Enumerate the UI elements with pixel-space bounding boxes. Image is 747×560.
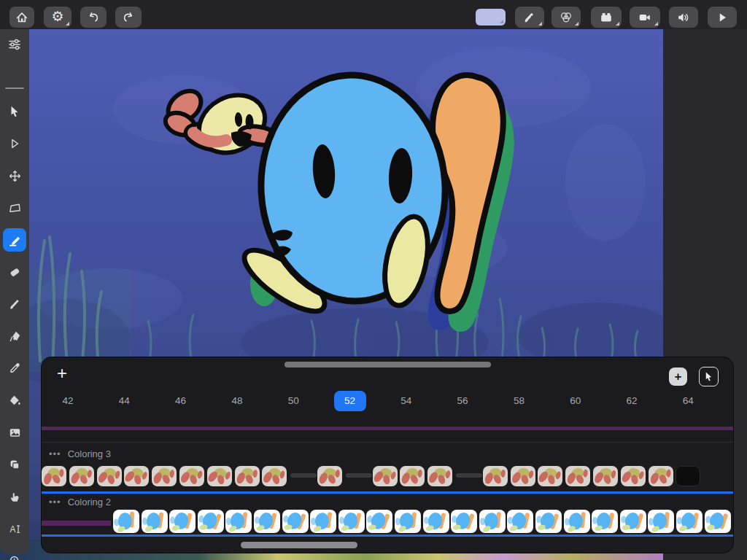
paint-tools-button[interactable] bbox=[515, 7, 544, 28]
frame-thumbnail[interactable] bbox=[373, 466, 398, 486]
frame-number-62[interactable]: 62 bbox=[616, 391, 648, 411]
adjustments-tool[interactable] bbox=[3, 33, 26, 56]
timeline-scrollbar-top[interactable] bbox=[285, 362, 491, 368]
eyedropper-tool[interactable] bbox=[3, 357, 26, 380]
frame-thumbnail[interactable] bbox=[649, 466, 673, 486]
frame-thumbnail[interactable] bbox=[254, 510, 280, 533]
layer-menu-icon[interactable]: ••• bbox=[49, 497, 61, 507]
frame-number-42[interactable]: 42 bbox=[52, 391, 84, 411]
frame-thumbnail[interactable] bbox=[592, 510, 618, 533]
frame-thumbnail[interactable] bbox=[507, 510, 533, 533]
move-tool[interactable] bbox=[3, 164, 26, 187]
undo-icon bbox=[86, 10, 101, 25]
frame-thumbnail[interactable] bbox=[427, 466, 452, 486]
cursor-tool[interactable] bbox=[3, 100, 26, 123]
redo-button[interactable] bbox=[115, 7, 142, 28]
frame-number-52[interactable]: 52 bbox=[334, 391, 366, 411]
layer-name[interactable]: Coloring 2 bbox=[68, 497, 111, 508]
zoom-tool[interactable] bbox=[3, 549, 26, 560]
frame-thumbnail[interactable] bbox=[225, 510, 252, 533]
cursor-icon bbox=[703, 371, 714, 382]
frame-thumbnail[interactable] bbox=[42, 466, 66, 486]
hidden-track-bar bbox=[42, 427, 733, 430]
settings-button[interactable]: ⚙ bbox=[44, 7, 71, 28]
frame-thumbnail[interactable] bbox=[564, 510, 590, 533]
frame-thumbnail[interactable] bbox=[511, 466, 535, 486]
frame-thumbnail[interactable] bbox=[282, 510, 309, 533]
undo-button[interactable] bbox=[80, 7, 107, 28]
frame-number-46[interactable]: 46 bbox=[165, 391, 197, 411]
frame-thumbnail[interactable] bbox=[97, 466, 122, 486]
clip-button[interactable] bbox=[591, 7, 622, 28]
select-mode-button[interactable] bbox=[699, 367, 719, 386]
frame-thumbnail[interactable] bbox=[676, 510, 703, 533]
frame-thumbnail[interactable] bbox=[338, 510, 365, 533]
color-swatch-button[interactable] bbox=[476, 9, 506, 26]
frame-thumbnail[interactable] bbox=[400, 466, 425, 486]
redo-icon bbox=[121, 10, 136, 25]
frame-thumbnail[interactable] bbox=[152, 466, 177, 486]
frame-thumbnail[interactable] bbox=[395, 510, 421, 533]
frame-number-50[interactable]: 50 bbox=[277, 391, 309, 411]
direct-select-tool[interactable] bbox=[3, 132, 26, 155]
draw-pencil-tool[interactable] bbox=[3, 228, 26, 252]
smudge-tool[interactable] bbox=[3, 485, 26, 508]
frame-thumbnail[interactable] bbox=[317, 466, 342, 486]
pen-nib-tool[interactable] bbox=[3, 324, 26, 348]
frame-thumbnail[interactable] bbox=[620, 510, 646, 533]
frame-thumbnail[interactable] bbox=[207, 466, 232, 486]
fill-bucket-tool[interactable] bbox=[3, 389, 26, 412]
frame-thumbnail[interactable] bbox=[366, 510, 392, 533]
camera-button[interactable] bbox=[630, 7, 660, 28]
frame-thumbnail[interactable] bbox=[451, 510, 477, 533]
empty-frame-thumbnail[interactable] bbox=[676, 466, 700, 486]
layer-name[interactable]: Coloring 3 bbox=[68, 448, 111, 459]
frame-thumbnail[interactable] bbox=[621, 466, 646, 486]
frame-thumbnail[interactable] bbox=[310, 510, 336, 533]
text-tool[interactable]: A bbox=[3, 517, 26, 540]
frame-number-58[interactable]: 58 bbox=[503, 391, 535, 411]
home-button[interactable] bbox=[9, 7, 34, 28]
frame-number-56[interactable]: 56 bbox=[446, 391, 479, 411]
frame-thumbnail[interactable] bbox=[235, 466, 260, 486]
frame-thumbnail[interactable] bbox=[69, 466, 94, 486]
frame-thumbnail[interactable] bbox=[593, 466, 618, 486]
sliders-icon bbox=[7, 37, 22, 52]
frame-thumbnail[interactable] bbox=[423, 510, 449, 533]
color-mixer-button[interactable] bbox=[551, 7, 581, 28]
frame-number-64[interactable]: 64 bbox=[672, 391, 704, 411]
copy-icon bbox=[8, 458, 21, 471]
frame-number-54[interactable]: 54 bbox=[390, 391, 422, 411]
frame-thumbnail[interactable] bbox=[648, 510, 674, 533]
frame-number-60[interactable]: 60 bbox=[560, 391, 592, 411]
app-window: ⚙ bbox=[0, 0, 747, 560]
frame-thumbnail[interactable] bbox=[538, 466, 562, 486]
image-tool[interactable] bbox=[3, 421, 26, 444]
frame-number-48[interactable]: 48 bbox=[221, 391, 253, 411]
timeline-scrollbar-bottom[interactable] bbox=[241, 542, 357, 548]
frame-thumbnail[interactable] bbox=[705, 510, 731, 533]
frame-number-44[interactable]: 44 bbox=[108, 391, 140, 411]
frame-thumbnail[interactable] bbox=[535, 510, 562, 533]
frame-thumbnail[interactable] bbox=[483, 466, 508, 486]
frame-thumbnail[interactable] bbox=[169, 510, 196, 533]
frame-ruler[interactable]: 424446485052545658606264 bbox=[42, 389, 733, 413]
add-frame-button[interactable]: + bbox=[52, 363, 72, 384]
frame-thumbnail[interactable] bbox=[142, 510, 168, 533]
paintbrush-tool[interactable] bbox=[3, 292, 26, 316]
frame-thumbnail[interactable] bbox=[262, 466, 287, 486]
duplicate-tool[interactable] bbox=[3, 453, 26, 476]
transform-tool[interactable] bbox=[3, 196, 26, 219]
frame-thumbnail[interactable] bbox=[179, 466, 204, 486]
add-layer-button[interactable]: + bbox=[669, 368, 687, 386]
eraser-tool[interactable] bbox=[3, 260, 26, 284]
frame-thumbnail[interactable] bbox=[113, 510, 139, 533]
frame-thumbnail[interactable] bbox=[198, 510, 224, 533]
frame-thumbnail[interactable] bbox=[124, 466, 149, 486]
play-button[interactable] bbox=[708, 7, 737, 28]
layer-row-1 bbox=[42, 509, 733, 534]
frame-thumbnail[interactable] bbox=[479, 510, 506, 533]
frame-thumbnail[interactable] bbox=[565, 466, 590, 486]
layer-menu-icon[interactable]: ••• bbox=[49, 449, 61, 459]
audio-button[interactable] bbox=[669, 7, 698, 28]
